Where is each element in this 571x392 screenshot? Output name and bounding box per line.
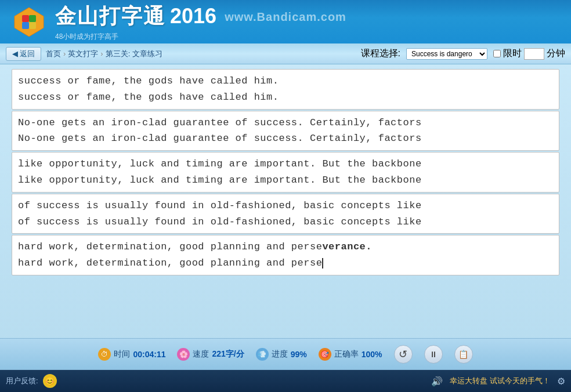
text-block-3: like opportunity, luck and timing are im… bbox=[12, 152, 559, 193]
app-title-block: 金山打字通 2016 48小时成为打字高手 bbox=[55, 2, 216, 42]
nav-right: 课程选择: Success is dangero 限时 分钟 bbox=[361, 48, 565, 60]
back-label: 返回 bbox=[20, 49, 35, 59]
course-select[interactable]: Success is dangero bbox=[406, 48, 487, 60]
breadcrumb-sep1: › bbox=[63, 49, 66, 58]
text-line-1-2: success or fame, the gods have called hi… bbox=[18, 90, 553, 104]
promo-text: 幸运大转盘 试试今天的手气！ bbox=[450, 376, 550, 386]
minute-label: 分钟 bbox=[547, 48, 565, 60]
status-bar: ⏱ 时间 00:04:11 🌸 速度 221字/分 💨 进度 99% 🎯 正确率… bbox=[0, 338, 571, 370]
time-limit-input[interactable] bbox=[524, 48, 544, 60]
speed-label: 速度 bbox=[193, 349, 209, 360]
speed-icon: 🌸 bbox=[177, 348, 190, 361]
text-block-2: No-one gets an iron-clad guarantee of su… bbox=[12, 111, 559, 151]
time-limit-section: 限时 分钟 bbox=[493, 48, 565, 60]
progress-value: 99% bbox=[291, 350, 307, 359]
text-block-4: of success is usually found in old-fashi… bbox=[12, 194, 559, 234]
back-arrow-icon: ◀ bbox=[12, 49, 18, 58]
text-line-1-1: success or fame, the gods have called hi… bbox=[18, 74, 553, 88]
breadcrumb-current: 第三关: 文章练习 bbox=[106, 49, 162, 59]
breadcrumb-sep2: › bbox=[100, 49, 103, 58]
restart-icon: ↺ bbox=[399, 348, 407, 361]
svg-rect-3 bbox=[22, 22, 29, 29]
watermark: www.Bandicam.com bbox=[225, 10, 346, 24]
text-block-5: hard work, determination, good planning … bbox=[12, 235, 559, 275]
time-limit-label: 限时 bbox=[503, 48, 522, 60]
bottom-bar: 用户反馈: 😊 🔊 幸运大转盘 试试今天的手气！ ⚙ bbox=[0, 370, 571, 392]
accuracy-icon: 🎯 bbox=[319, 348, 331, 361]
breadcrumb-typing[interactable]: 英文打字 bbox=[68, 49, 98, 59]
svg-rect-2 bbox=[29, 15, 36, 22]
save-button[interactable]: 📋 bbox=[454, 345, 473, 364]
pause-icon: ⏸ bbox=[429, 350, 438, 359]
back-button[interactable]: ◀ 返回 bbox=[6, 47, 41, 61]
app-year: 2016 bbox=[170, 4, 216, 28]
text-cursor bbox=[322, 258, 323, 268]
progress-icon: 💨 bbox=[256, 348, 269, 361]
progress-stat: 💨 进度 99% bbox=[256, 348, 307, 361]
app-subtitle: 48小时成为打字高手 bbox=[55, 32, 216, 42]
feedback-label: 用户反馈: bbox=[6, 376, 38, 386]
text-line-3-1: like opportunity, luck and timing are im… bbox=[18, 157, 553, 171]
settings-icon[interactable]: ⚙ bbox=[557, 376, 565, 387]
time-label: 时间 bbox=[114, 349, 130, 360]
app-logo bbox=[9, 2, 49, 42]
bottom-right: 🔊 幸运大转盘 试试今天的手气！ ⚙ bbox=[431, 376, 565, 387]
text-line-5-2: hard work, determination, good planning … bbox=[18, 256, 553, 270]
accuracy-label: 正确率 bbox=[334, 349, 359, 360]
speed-value: 221字/分 bbox=[212, 349, 244, 360]
clock-icon: ⏱ bbox=[98, 348, 111, 361]
nav-bar: ◀ 返回 首页 › 英文打字 › 第三关: 文章练习 课程选择: Success… bbox=[0, 43, 571, 64]
feedback-emoji-icon[interactable]: 😊 bbox=[43, 374, 57, 388]
restart-button[interactable]: ↺ bbox=[394, 345, 413, 364]
text-block-1: success or fame, the gods have called hi… bbox=[12, 69, 559, 110]
pause-button[interactable]: ⏸ bbox=[424, 345, 443, 364]
svg-marker-0 bbox=[15, 8, 44, 37]
breadcrumb-home[interactable]: 首页 bbox=[46, 49, 61, 59]
volume-icon[interactable]: 🔊 bbox=[431, 376, 443, 387]
text-line-4-1: of success is usually found in old-fashi… bbox=[18, 199, 553, 213]
breadcrumb: 首页 › 英文打字 › 第三关: 文章练习 bbox=[46, 49, 162, 59]
text-line-5-1: hard work, determination, good planning … bbox=[18, 240, 553, 254]
save-icon: 📋 bbox=[458, 350, 468, 359]
title-bar: 金山打字通 2016 48小时成为打字高手 www.Bandicam.com bbox=[0, 0, 571, 43]
accuracy-stat: 🎯 正确率 100% bbox=[319, 348, 382, 361]
course-label: 课程选择: bbox=[361, 48, 400, 60]
text-line-3-2: like opportunity, luck and timing are im… bbox=[18, 173, 553, 187]
accuracy-value: 100% bbox=[362, 350, 382, 359]
svg-rect-1 bbox=[22, 15, 29, 22]
time-stat: ⏱ 时间 00:04:11 bbox=[98, 348, 165, 361]
speed-stat: 🌸 速度 221字/分 bbox=[177, 348, 244, 361]
progress-label: 进度 bbox=[272, 349, 288, 360]
text-line-2-2: No-one gets an iron-clad guarantee of su… bbox=[18, 132, 553, 146]
text-line-4-2: of success is usually found in old-fashi… bbox=[18, 215, 553, 229]
app-name: 金山打字通 bbox=[55, 2, 165, 31]
svg-rect-4 bbox=[29, 22, 36, 29]
text-line-2-1: No-one gets an iron-clad guarantee of su… bbox=[18, 116, 553, 130]
time-value: 00:04:11 bbox=[133, 350, 165, 359]
time-limit-checkbox[interactable] bbox=[493, 50, 501, 57]
main-content: success or fame, the gods have called hi… bbox=[0, 64, 571, 338]
